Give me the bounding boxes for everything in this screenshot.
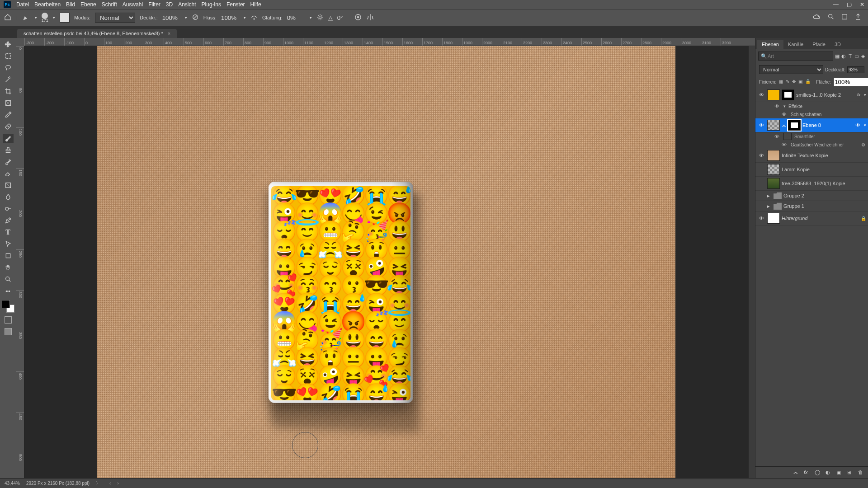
- canvas-viewport[interactable]: 😂😎😍🤣😭😅😜😊😱😋😉😡😴😇😬🤔🥳😃😄😢😤😆😲😐😛😏😌😵🤪😝🥰😚😙😗😎😂😍🤣😭😅…: [24, 46, 755, 478]
- layer-thumbnail[interactable]: [767, 178, 780, 189]
- fill-input[interactable]: [834, 78, 868, 86]
- lock-pixels-icon[interactable]: ✎: [786, 79, 789, 85]
- panel-tab-ebenen[interactable]: Ebenen: [757, 40, 783, 49]
- layer-row[interactable]: 👁Infinite Texture Kopie: [755, 149, 868, 163]
- gradient-tool[interactable]: [3, 181, 14, 190]
- symmetry-icon[interactable]: [366, 13, 374, 22]
- menu-filter[interactable]: Filter: [148, 1, 160, 8]
- smoothing-input[interactable]: [287, 14, 305, 21]
- cloud-icon[interactable]: [813, 13, 821, 22]
- mask-thumbnail[interactable]: [788, 120, 801, 131]
- smoothing-gear-icon[interactable]: [316, 14, 324, 22]
- stamp-tool[interactable]: [3, 145, 14, 155]
- filter-shape-icon[interactable]: ▭: [854, 52, 859, 60]
- layer-name[interactable]: smilies-1...0 Kopie 2: [796, 92, 855, 98]
- tool-preset-icon[interactable]: [22, 13, 30, 22]
- layer-effect[interactable]: 👁▾Effekte: [755, 102, 868, 110]
- panel-tab-kanäle[interactable]: Kanäle: [783, 40, 808, 49]
- layer-name[interactable]: Infinite Texture Kopie: [782, 153, 866, 158]
- layer-name[interactable]: Ebene 8: [802, 122, 854, 128]
- group-icon[interactable]: ▣: [836, 469, 843, 476]
- layer-effect[interactable]: 👁Gaußscher Weichzeichner⚙: [755, 141, 868, 149]
- panel-tab-3d[interactable]: 3D: [830, 40, 845, 49]
- lock-position-icon[interactable]: ✥: [792, 79, 796, 85]
- chevron-down-icon[interactable]: ▾: [864, 123, 866, 127]
- brush-panel-icon[interactable]: [60, 13, 70, 23]
- more-tools[interactable]: •••: [3, 286, 14, 296]
- path-select-tool[interactable]: [3, 239, 14, 249]
- filter-type-icon[interactable]: T: [848, 52, 852, 60]
- layer-row[interactable]: 👁Lamm Kopie: [755, 163, 868, 177]
- shape-tool[interactable]: [3, 251, 14, 260]
- search-icon[interactable]: [827, 13, 835, 22]
- menu-hilfe[interactable]: Hilfe: [250, 1, 261, 8]
- eyedropper-tool[interactable]: [3, 110, 14, 119]
- layer-row[interactable]: 👁smilies-1...0 Kopie 2fx▾: [755, 88, 868, 102]
- menu-3d[interactable]: 3D: [166, 1, 173, 8]
- lock-transparency-icon[interactable]: ▦: [779, 79, 783, 85]
- layer-filter-input[interactable]: [758, 52, 833, 61]
- hand-tool[interactable]: [3, 263, 14, 272]
- layer-opacity-input[interactable]: [847, 66, 864, 73]
- visibility-toggle[interactable]: 👁: [780, 142, 788, 147]
- close-button[interactable]: ✕: [860, 1, 864, 8]
- screenmode-tool[interactable]: [3, 327, 14, 336]
- layer-blend-mode[interactable]: Normal: [759, 65, 823, 74]
- zoom-level[interactable]: 43,44%: [5, 481, 20, 486]
- layer-thumbnail[interactable]: [767, 213, 780, 224]
- lasso-tool[interactable]: [3, 63, 14, 72]
- visibility-toggle[interactable]: 👁: [773, 103, 781, 109]
- visibility-toggle[interactable]: 👁: [757, 216, 765, 221]
- foreground-color[interactable]: [2, 300, 10, 308]
- new-layer-icon[interactable]: ⊞: [847, 469, 854, 476]
- zoom-tool[interactable]: [3, 275, 14, 284]
- close-tab-icon[interactable]: ×: [168, 31, 170, 36]
- opacity-input[interactable]: [162, 14, 180, 21]
- crop-tool[interactable]: [3, 87, 14, 96]
- airbrush-icon[interactable]: [250, 14, 258, 22]
- menu-ansicht[interactable]: Ansicht: [178, 1, 196, 8]
- brush-tool[interactable]: [3, 134, 14, 143]
- chevron-down-icon[interactable]: ▾: [864, 93, 866, 97]
- pressure-size-icon[interactable]: [354, 14, 362, 22]
- layer-name[interactable]: Gruppe 1: [783, 203, 866, 209]
- minimize-button[interactable]: —: [833, 1, 839, 8]
- mask-thumbnail[interactable]: [782, 89, 794, 100]
- layer-row[interactable]: 👁⫘Ebene 8👁▾: [755, 118, 868, 132]
- blur-tool[interactable]: [3, 192, 14, 202]
- status-prev[interactable]: ‹: [109, 481, 111, 486]
- chevron-down-icon[interactable]: ▾: [783, 104, 786, 108]
- share-icon[interactable]: [854, 13, 862, 22]
- visibility-toggle[interactable]: 👁: [757, 92, 765, 98]
- layer-thumbnail[interactable]: [767, 89, 780, 100]
- menu-schrift[interactable]: Schrift: [102, 1, 117, 8]
- menu-bild[interactable]: Bild: [66, 1, 75, 8]
- layer-row[interactable]: 👁▸Gruppe 2: [755, 191, 868, 201]
- lock-icon[interactable]: 🔒: [861, 216, 866, 221]
- flow-input[interactable]: [221, 14, 239, 21]
- color-swatches[interactable]: [2, 300, 14, 313]
- menu-bearbeiten[interactable]: Bearbeiten: [34, 1, 61, 8]
- layer-thumbnail[interactable]: [767, 150, 780, 161]
- quickmask-tool[interactable]: [3, 315, 14, 324]
- status-next[interactable]: ›: [117, 481, 118, 486]
- fx-badge[interactable]: fx: [857, 93, 862, 97]
- filter-smart-icon[interactable]: ◈: [861, 52, 865, 60]
- lock-artboard-icon[interactable]: ▣: [798, 79, 802, 85]
- trash-icon[interactable]: 🗑: [858, 469, 864, 476]
- home-icon[interactable]: [4, 14, 12, 22]
- history-brush-tool[interactable]: [3, 157, 14, 166]
- visibility-toggle[interactable]: 👁: [757, 122, 765, 128]
- angle-icon[interactable]: △: [328, 14, 333, 21]
- chevron-right-icon[interactable]: ▸: [767, 193, 772, 199]
- filter-adjust-icon[interactable]: ◐: [841, 52, 846, 60]
- visibility-toggle[interactable]: 👁: [780, 112, 788, 117]
- fx-icon[interactable]: fx: [804, 469, 810, 476]
- layer-effect[interactable]: 👁Smartfilter: [755, 132, 868, 141]
- document-tab[interactable]: schatten erstellen.psdc bei 43,4% (Ebene…: [17, 29, 177, 38]
- heal-tool[interactable]: [3, 122, 14, 131]
- blend-mode-select[interactable]: Normal: [95, 13, 135, 23]
- mask-icon[interactable]: ◯: [815, 469, 821, 476]
- layer-name[interactable]: tree-3095683_1920(1) Kopie: [782, 181, 866, 186]
- filter-settings-icon[interactable]: ⚙: [861, 142, 868, 147]
